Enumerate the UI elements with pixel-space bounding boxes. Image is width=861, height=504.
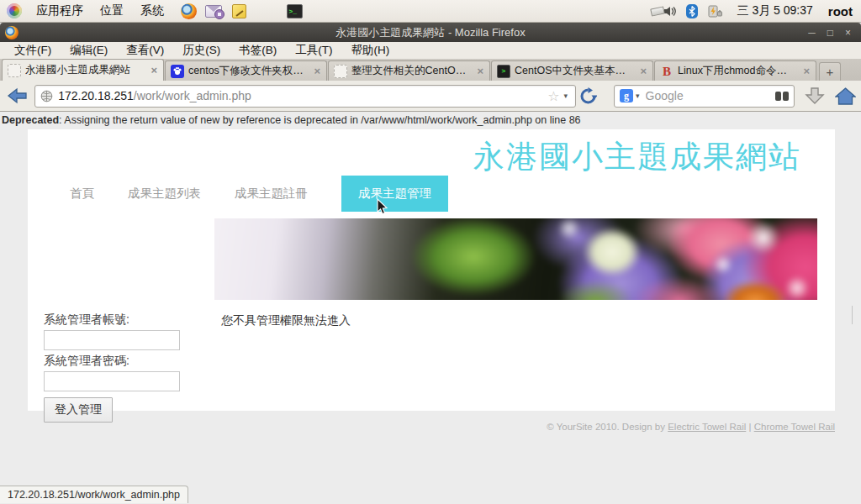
gnome-menu-icon[interactable] bbox=[7, 3, 22, 18]
home-button[interactable] bbox=[835, 87, 856, 106]
admin-account-input[interactable] bbox=[44, 330, 180, 350]
nav-topic-manage[interactable]: 成果主題管理 bbox=[341, 176, 448, 212]
minimize-button[interactable]: ─ bbox=[808, 24, 816, 41]
blog-favicon-icon: B bbox=[660, 65, 673, 78]
firefox-window-icon bbox=[5, 26, 18, 39]
new-tab-button[interactable]: + bbox=[819, 62, 841, 81]
tab-bar: 永港國小主題成果網站 × centos下修改文件夹权… × 整理文件相关的Cen… bbox=[0, 59, 861, 81]
url-bar[interactable]: 172.20.18.251/work/work_admin.php ☆ ▾ bbox=[34, 85, 576, 108]
site-footer: © YourSite 2010. Design by Electric Towe… bbox=[547, 422, 835, 432]
menu-view[interactable]: 查看(V) bbox=[117, 41, 173, 60]
admin-login-form: 系統管理者帳號: 系統管理者密碼: 登入管理 bbox=[44, 312, 237, 423]
navigation-toolbar: 172.20.18.251/work/work_admin.php ☆ ▾ g … bbox=[0, 81, 861, 112]
urlbar-dropdown-icon[interactable]: ▾ bbox=[563, 92, 568, 100]
desktop: 应用程序 位置 系统 >_ 三 3月 5 09:37 root 永港國小 bbox=[0, 0, 861, 504]
menu-history[interactable]: 历史(S) bbox=[173, 41, 230, 60]
divider bbox=[852, 306, 853, 324]
gnome-panel: 应用程序 位置 系统 >_ 三 3月 5 09:37 root bbox=[0, 0, 861, 23]
tab-centos-chmod-baidu[interactable]: centos下修改文件夹权… × bbox=[165, 60, 327, 81]
reload-button[interactable] bbox=[579, 87, 597, 105]
tab-linux-chmod[interactable]: B Linux下用chmod命令… × bbox=[654, 60, 816, 81]
search-engine-dropdown-icon[interactable]: ▾ bbox=[636, 92, 640, 100]
site-content: 永港國小主題成果網站 首頁 成果主題列表 成果主題註冊 成果主題管理 系統管理者… bbox=[28, 129, 835, 411]
browser-menubar: 文件(F) 编辑(E) 查看(V) 历史(S) 书签(B) 工具(T) 帮助(H… bbox=[0, 42, 861, 59]
notes-launcher-icon[interactable] bbox=[230, 3, 247, 19]
tab-close-icon[interactable]: × bbox=[639, 65, 647, 77]
browser-viewport: Deprecated: Assigning the return value o… bbox=[0, 113, 861, 504]
footer-link-electric[interactable]: Electric Towel Rail bbox=[668, 422, 746, 432]
places-menu[interactable]: 位置 bbox=[92, 0, 131, 22]
nav-topic-list[interactable]: 成果主題列表 bbox=[128, 186, 201, 202]
login-submit-button[interactable]: 登入管理 bbox=[44, 397, 113, 423]
tab-close-icon[interactable]: × bbox=[313, 65, 321, 77]
window-title: 永港國小主題成果網站 - Mozilla Firefox bbox=[0, 25, 861, 40]
site-navigation: 首頁 成果主題列表 成果主題註冊 成果主題管理 bbox=[70, 176, 448, 212]
applications-menu[interactable]: 应用程序 bbox=[29, 0, 91, 22]
nav-home[interactable]: 首頁 bbox=[70, 186, 94, 202]
tab-close-icon[interactable]: × bbox=[802, 65, 811, 77]
mail-launcher-icon[interactable] bbox=[205, 3, 222, 19]
search-input[interactable] bbox=[646, 89, 775, 102]
site-title: 永港國小主題成果網站 bbox=[473, 136, 801, 178]
flower-banner-image bbox=[214, 218, 817, 300]
url-text[interactable]: 172.20.18.251/work/work_admin.php bbox=[58, 89, 546, 102]
back-button[interactable] bbox=[5, 84, 29, 108]
system-menu[interactable]: 系统 bbox=[133, 0, 172, 22]
admin-password-label: 系統管理者密碼: bbox=[44, 354, 237, 369]
menu-help[interactable]: 帮助(H) bbox=[342, 41, 399, 60]
menu-tools[interactable]: 工具(T) bbox=[286, 41, 341, 60]
panel-clock[interactable]: 三 3月 5 09:37 bbox=[737, 3, 813, 18]
bookmark-star-icon[interactable]: ☆ bbox=[547, 88, 559, 104]
downloads-button[interactable] bbox=[805, 86, 825, 106]
terminal-favicon-icon: > bbox=[497, 65, 510, 78]
mouse-cursor bbox=[377, 198, 388, 216]
google-icon[interactable]: g bbox=[620, 89, 633, 102]
tab-site-home[interactable]: 永港國小主題成果網站 × bbox=[2, 59, 164, 81]
tab-close-icon[interactable]: × bbox=[150, 64, 158, 76]
footer-link-chrome[interactable]: Chrome Towel Rail bbox=[754, 422, 835, 432]
terminal-launcher-icon[interactable]: >_ bbox=[286, 3, 303, 19]
tab-centos-folder-basics[interactable]: > CentOS中文件夹基本… × bbox=[491, 60, 653, 81]
status-bar-link-preview: 172.20.18.251/work/work_admin.php bbox=[0, 486, 188, 503]
globe-icon bbox=[40, 90, 53, 102]
no-permission-message: 您不具管理權限無法進入 bbox=[221, 313, 351, 328]
php-deprecated-warning: Deprecated: Assigning the return value o… bbox=[0, 113, 861, 126]
window-titlebar[interactable]: 永港國小主題成果網站 - Mozilla Firefox ─ □ × bbox=[0, 23, 861, 42]
admin-password-input[interactable] bbox=[44, 371, 180, 391]
nav-topic-register[interactable]: 成果主題註冊 bbox=[235, 186, 308, 202]
panel-username: root bbox=[828, 4, 853, 18]
bluetooth-icon[interactable] bbox=[686, 4, 698, 18]
search-bar[interactable]: g ▾ bbox=[614, 85, 795, 108]
menu-bookmarks[interactable]: 书签(B) bbox=[230, 41, 286, 60]
menu-file[interactable]: 文件(F) bbox=[5, 41, 61, 60]
close-button[interactable]: × bbox=[845, 24, 851, 41]
tab-centos-files[interactable]: 整理文件相关的CentO… × bbox=[328, 60, 490, 81]
binoculars-icon bbox=[775, 92, 789, 101]
baidu-favicon-icon bbox=[171, 65, 184, 78]
menu-edit[interactable]: 编辑(E) bbox=[61, 41, 117, 60]
battery-icon[interactable] bbox=[707, 4, 724, 18]
placeholder-favicon-icon bbox=[334, 65, 347, 78]
maximize-button[interactable]: □ bbox=[827, 24, 833, 41]
tab-close-icon[interactable]: × bbox=[476, 65, 484, 77]
placeholder-favicon-icon bbox=[8, 64, 21, 77]
admin-account-label: 系統管理者帳號: bbox=[44, 312, 237, 328]
firefox-launcher-icon[interactable] bbox=[180, 3, 197, 19]
